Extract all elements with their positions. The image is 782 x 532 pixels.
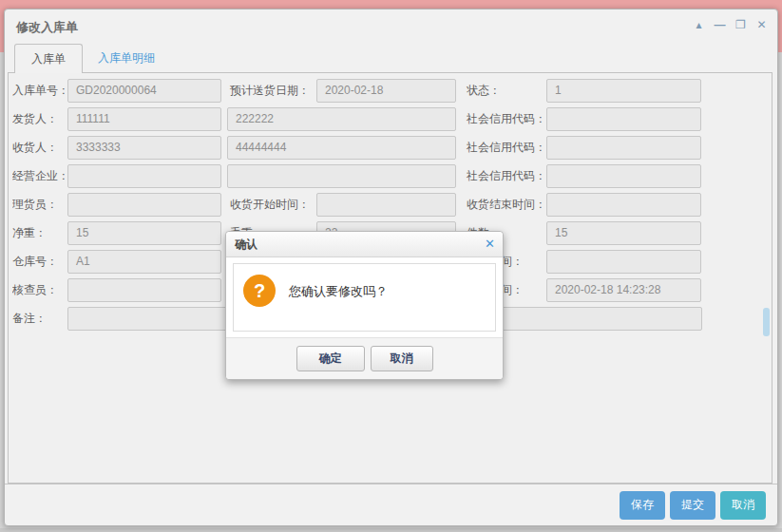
- consignee-credit-code-input[interactable]: [546, 136, 701, 160]
- window-titlebar[interactable]: 修改入库单 ▴ — ❐ ✕: [5, 10, 777, 42]
- dialog-cancel-button[interactable]: 取消: [371, 346, 433, 371]
- receive-start-time-input[interactable]: [316, 193, 456, 217]
- field-label: 核查员：: [12, 282, 67, 298]
- create-time-input[interactable]: 2020-02-18 14:23:28: [546, 278, 701, 302]
- consignee-name-input[interactable]: 44444444: [227, 136, 456, 160]
- field-label: 净重：: [12, 225, 67, 241]
- operating-company-input[interactable]: [67, 164, 221, 188]
- page-bottom-edge: [0, 528, 782, 532]
- shipper-name-input[interactable]: 222222: [227, 107, 456, 131]
- shipper-input[interactable]: 111111: [67, 107, 221, 131]
- warehouse-no-input[interactable]: A1: [67, 250, 221, 274]
- field-label: 社会信用代码：: [464, 140, 546, 156]
- field-label: 收货人：: [12, 140, 67, 156]
- piece-count-input[interactable]: 15: [546, 221, 701, 245]
- field-label: 社会信用代码：: [464, 111, 546, 127]
- consignee-input[interactable]: 3333333: [67, 136, 221, 160]
- operating-company-name-input[interactable]: [227, 164, 456, 188]
- expected-delivery-date-input[interactable]: 2020-02-18: [316, 79, 456, 103]
- dialog-close-icon[interactable]: ✕: [485, 237, 495, 252]
- receive-end-time-input[interactable]: [546, 193, 701, 217]
- field-label: 发货人：: [12, 111, 67, 127]
- tally-clerk-input[interactable]: [67, 193, 221, 217]
- status-input[interactable]: 1: [546, 79, 701, 103]
- field-label: 入库单号：: [12, 83, 67, 99]
- dialog-body: ? 您确认要修改吗？: [233, 263, 496, 332]
- company-credit-code-input[interactable]: [546, 164, 701, 188]
- close-icon[interactable]: ✕: [755, 17, 768, 32]
- storage-time-input[interactable]: [546, 250, 701, 274]
- field-label: 预计送货日期：: [227, 83, 316, 99]
- window-footer: 保存 提交 取消: [5, 484, 777, 525]
- form-row: 入库单号： GD2020000064 预计送货日期： 2020-02-18 状态…: [9, 76, 772, 104]
- field-label: 理货员：: [12, 197, 67, 213]
- dialog-titlebar[interactable]: 确认: [226, 232, 503, 257]
- dialog-footer: 确定 取消: [226, 337, 503, 379]
- dialog-message: 您确认要修改吗？: [289, 275, 388, 300]
- order-no-input[interactable]: GD2020000064: [67, 79, 221, 103]
- maximize-icon[interactable]: ❐: [734, 17, 747, 32]
- field-label: 收货结束时间：: [464, 197, 546, 213]
- dialog-title: 确认: [235, 238, 257, 251]
- minimize-icon[interactable]: —: [714, 17, 726, 32]
- checker-input[interactable]: [67, 278, 221, 302]
- form-row: 发货人： 111111 222222 社会信用代码：: [9, 104, 772, 133]
- save-button[interactable]: 保存: [620, 491, 665, 520]
- field-label: 社会信用代码：: [464, 168, 546, 184]
- form-row: 收货人： 3333333 44444444 社会信用代码：: [9, 133, 772, 162]
- window-controls: ▴ — ❐ ✕: [693, 17, 768, 32]
- field-label: 仓库号：: [12, 254, 67, 270]
- shipper-credit-code-input[interactable]: [546, 107, 701, 131]
- submit-button[interactable]: 提交: [670, 491, 715, 520]
- field-label: 状态：: [464, 83, 546, 99]
- dialog-ok-button[interactable]: 确定: [296, 346, 365, 371]
- tab-inbound-order-detail[interactable]: 入库单明细: [98, 44, 155, 72]
- net-weight-input[interactable]: 15: [67, 221, 221, 245]
- scrollbar-thumb[interactable]: [763, 308, 770, 336]
- tab-inbound-order[interactable]: 入库单: [14, 44, 83, 73]
- form-row: 理货员： 收货开始时间： 收货结束时间：: [9, 190, 772, 218]
- cancel-button[interactable]: 取消: [720, 491, 766, 520]
- window-title: 修改入库单: [16, 19, 78, 36]
- question-icon: ?: [243, 275, 276, 307]
- confirm-dialog: 确认 ✕ ? 您确认要修改吗？ 确定 取消: [225, 231, 504, 380]
- form-row: 经营企业： 社会信用代码：: [9, 162, 772, 190]
- collapse-icon[interactable]: ▴: [693, 17, 705, 32]
- field-label: 收货开始时间：: [227, 197, 316, 213]
- field-label: 经营企业：: [12, 168, 67, 184]
- field-label: 备注：: [12, 311, 67, 327]
